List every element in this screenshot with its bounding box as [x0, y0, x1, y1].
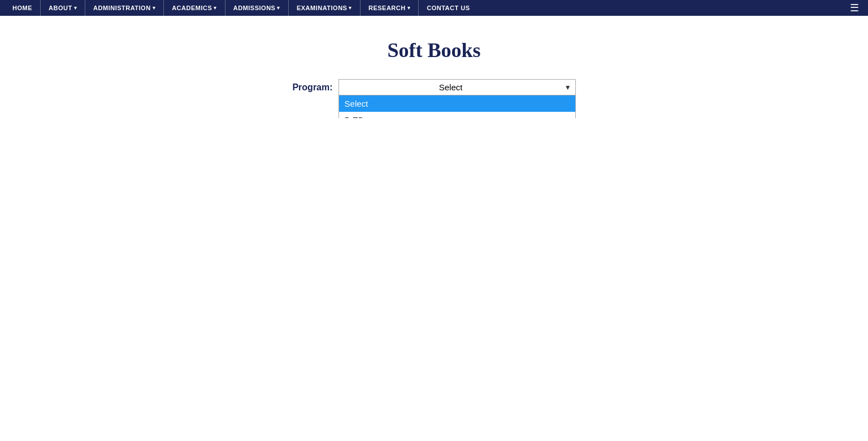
dropdown-option-select[interactable]: Select — [339, 95, 575, 112]
nav-item-home[interactable]: HOME — [5, 0, 41, 16]
nav-item-about[interactable]: ABOUT▾ — [41, 0, 85, 16]
hamburger-menu[interactable]: ☰ — [845, 2, 863, 14]
program-select-display[interactable]: Select — [338, 79, 576, 95]
chevron-down-icon: ▾ — [349, 5, 352, 11]
program-dropdown-list[interactable]: SelectB.EDB.SB.S (ISLAMIC STUDIES)Bachel… — [338, 95, 576, 118]
select-wrapper[interactable]: Select ▼ SelectB.EDB.SB.S (ISLAMIC STUDI… — [338, 79, 576, 95]
dropdown-option-bed[interactable]: B.ED — [339, 112, 575, 118]
chevron-down-icon: ▾ — [407, 5, 411, 11]
nav-item-examinations[interactable]: EXAMINATIONS▾ — [289, 0, 361, 16]
nav-item-research[interactable]: RESEARCH▾ — [361, 0, 419, 16]
main-content: Soft Books Program: Select ▼ SelectB.EDB… — [0, 16, 868, 118]
page-title: Soft Books — [11, 38, 857, 62]
program-label: Program: — [292, 79, 332, 93]
program-form-row: Program: Select ▼ SelectB.EDB.SB.S (ISLA… — [11, 79, 857, 95]
chevron-down-icon: ▾ — [214, 5, 217, 11]
nav-items: HOMEABOUT▾ADMINISTRATION▾ACADEMICS▾ADMIS… — [5, 0, 845, 16]
nav-item-academics[interactable]: ACADEMICS▾ — [164, 0, 225, 16]
nav-item-contact-us[interactable]: CONTACT US — [419, 0, 478, 16]
main-nav: HOMEABOUT▾ADMINISTRATION▾ACADEMICS▾ADMIS… — [0, 0, 868, 16]
chevron-down-icon: ▾ — [277, 5, 280, 11]
nav-item-admissions[interactable]: ADMISSIONS▾ — [225, 0, 289, 16]
nav-item-administration[interactable]: ADMINISTRATION▾ — [85, 0, 164, 16]
chevron-down-icon: ▾ — [153, 5, 156, 11]
chevron-down-icon: ▾ — [74, 5, 77, 11]
